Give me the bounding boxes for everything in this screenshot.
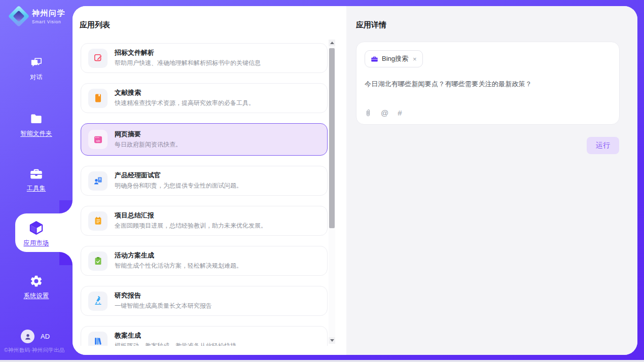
scrollbar-up-button[interactable] [329,40,335,46]
bottom-edge-strip [0,360,644,362]
folder-icon [29,112,43,126]
cube-icon [28,220,44,236]
app-card-web-summary[interactable]: </> 网页摘要 每日政府新闻资讯快查。 [81,123,328,156]
brand-name: 神州问学 [32,9,65,18]
app-card-lesson-plan[interactable]: 教案生成 模板驱动，教案秒成，教学准备从此轻松快捷 [81,326,328,346]
app-icon-tile [88,292,108,311]
at-mention-icon[interactable]: @ [381,109,388,117]
app-card-title: 网页摘要 [115,130,182,139]
brand-text: 神州问学 Smart Vision [32,9,65,24]
app-card-bid-document-parse[interactable]: 招标文件解析 帮助用户快速、准确地理解和解析招标书中的关键信息 [81,43,328,73]
sidebar-item-label: 智能文件夹 [20,129,52,138]
copyright: ©神州数码·神州问学出品 [4,347,65,354]
app-icon-tile [88,89,108,108]
app-card-desc: 快速精准查找学术资源，提高研究效率的必备工具。 [115,99,255,107]
book-icon [93,93,103,103]
books-icon [93,336,103,346]
app-card-title: 招标文件解析 [115,49,261,57]
edit-square-icon [93,53,103,63]
input-toolbar: @ # [365,108,402,117]
sidebar: 神州问学 Smart Vision 对话 智能文件夹 工具集 应用市场 [0,0,73,362]
paperclip-icon[interactable] [365,108,372,117]
app-card-title: 文献搜索 [115,89,255,97]
brand-subtitle: Smart Vision [32,19,65,24]
query-input[interactable]: 今日湖北有哪些新闻要点？有哪些需要关注的最新政策？ [365,80,611,89]
app-card-title: 研究报告 [115,292,212,300]
app-icon-tile [88,49,108,68]
app-list-panel: 应用列表 招标文件解析 帮助用户快速、准确地理解和解析招标书中的关键信息 [73,6,346,355]
tool-tag-bing-search[interactable]: Bing搜索 × [365,50,423,67]
app-card-title: 产品经理面试官 [115,171,242,180]
app-list: 招标文件解析 帮助用户快速、准确地理解和解析招标书中的关键信息 文献搜索 快速精… [81,40,328,346]
prompt-input-card[interactable]: Bing搜索 × 今日湖北有哪些新闻要点？有哪些需要关注的最新政策？ @ # [356,42,620,125]
gear-icon [29,274,43,288]
clipboard-check-icon [93,256,103,266]
app-card-event-plan[interactable]: 活动方案生成 智能生成个性化活动方案，轻松解决规划难题。 [81,246,328,276]
tag-close-icon[interactable]: × [413,55,417,63]
app-icon-tile: </> [88,130,108,149]
app-card-desc: 每日政府新闻资讯快查。 [115,140,182,149]
app-card-desc: 明确身份和职责，为您提供专业性的面试问题。 [115,182,242,190]
app-list-title: 应用列表 [80,20,110,30]
browser-code-icon: </> [93,135,103,144]
tool-tag-label: Bing搜索 [382,54,408,63]
avatar [21,330,34,343]
briefcase-icon [371,55,378,63]
sidebar-item-smart-folder[interactable]: 智能文件夹 [0,112,73,138]
chat-icon [29,56,43,69]
app-card-desc: 模板驱动，教案秒成，教学准备从此轻松快捷 [115,342,236,346]
brand-logo-icon [9,7,28,26]
app-card-title: 教案生成 [115,332,236,340]
sidebar-item-toolset[interactable]: 工具集 [0,167,73,193]
content-sheet: 应用列表 招标文件解析 帮助用户快速、准确地理解和解析招标书中的关键信息 [73,6,637,355]
tab-fillet-bottom [59,252,73,265]
sidebar-item-app-market[interactable]: 应用市场 [0,220,73,247]
app-detail-panel: 应用详情 Bing搜索 × 今日湖北有哪些新闻要点？有哪些需要关注的最新政策？ … [346,6,637,355]
scrollbar-thumb[interactable] [329,48,335,228]
app-card-literature-search[interactable]: 文献搜索 快速精准查找学术资源，提高研究效率的必备工具。 [81,83,328,113]
sidebar-item-label: 系统设置 [24,292,49,300]
app-card-title: 活动方案生成 [115,251,242,260]
brand-logo: 神州问学 Smart Vision [9,7,65,26]
user-label: AD [41,333,50,340]
app-card-desc: 帮助用户快速、准确地理解和解析招标书中的关键信息 [115,59,261,67]
sidebar-item-chat[interactable]: 对话 [0,56,73,82]
scrollbar-down-button[interactable] [329,337,335,344]
app-icon-tile [88,332,108,346]
app-card-desc: 一键智能生成高质量长文本研究报告 [115,302,212,310]
app-card-title: 项目总结汇报 [115,211,267,220]
sidebar-item-settings[interactable]: 系统设置 [0,274,73,300]
sidebar-item-label: 工具集 [27,184,46,193]
app-icon-tile [88,171,108,191]
user-account[interactable]: AD [21,330,50,343]
interviewer-icon [93,176,103,186]
triangle-up-icon [330,42,334,44]
notepad-icon [93,216,103,226]
app-icon-tile [88,251,108,271]
app-icon-tile [88,211,108,231]
app-detail-title: 应用详情 [356,20,386,30]
app-card-research-report[interactable]: 研究报告 一键智能生成高质量长文本研究报告 [81,286,328,316]
app-card-desc: 智能生成个性化活动方案，轻松解决规划难题。 [115,262,242,270]
sidebar-item-label: 对话 [30,73,43,82]
triangle-down-icon [330,339,334,342]
microscope-icon [93,296,103,306]
tab-fillet-top [59,200,73,213]
person-icon [24,333,32,341]
hash-tag-icon[interactable]: # [398,109,402,117]
app-card-desc: 全面回顾项目进展，总结经验教训，助力未来优化发展。 [115,222,267,230]
app-card-project-summary[interactable]: 项目总结汇报 全面回顾项目进展，总结经验教训，助力未来优化发展。 [81,206,328,236]
toolbox-icon [29,167,43,180]
list-scrollbar [329,40,335,344]
sidebar-item-label: 应用市场 [24,239,49,247]
run-button[interactable]: 运行 [587,137,619,154]
app-card-pm-interviewer[interactable]: 产品经理面试官 明确身份和职责，为您提供专业性的面试问题。 [81,166,328,196]
svg-text:</>: </> [96,139,100,142]
